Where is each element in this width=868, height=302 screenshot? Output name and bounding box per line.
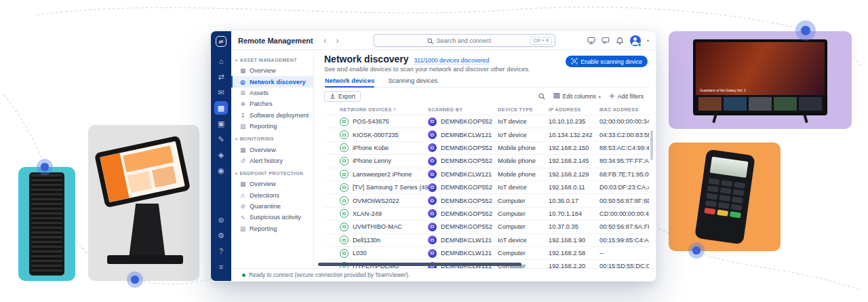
search-input[interactable] — [437, 37, 502, 44]
scanned-by-cell: DEMNBKGOP552 — [428, 117, 498, 126]
more-icon[interactable]: ≡ — [214, 260, 228, 273]
mac-address-cell: 80:34:95:7F:FF:AD — [599, 157, 649, 164]
window-title: Remote Management — [238, 37, 317, 45]
sidebar-item-quarantine[interactable]: ⊘Quarantine — [231, 201, 313, 212]
server-card — [18, 167, 75, 281]
reporting-icon: ▥ — [239, 123, 246, 130]
table-search-icon[interactable] — [538, 90, 545, 102]
sidebar-item-reporting[interactable]: ▥Reporting — [231, 223, 313, 234]
scanned-by-icon — [428, 170, 437, 178]
sidebar-item-label: Overview — [250, 67, 276, 74]
connect-icon[interactable]: ⊚ — [214, 213, 228, 227]
sidebar-item-patches[interactable]: ⊕Patches — [231, 98, 313, 109]
search-box[interactable]: Ctrl + K — [374, 34, 555, 47]
column-header-network-devices[interactable]: NETWORK DEVICES↑ — [340, 107, 428, 113]
sort-ascending-icon: ↑ — [393, 107, 396, 113]
ip-address-cell: 192.168.2.150 — [549, 145, 599, 151]
scanned-by-icon — [428, 209, 437, 218]
table-row[interactable]: Lansweeper2 iPhoneDEMNBKCLW121Mobile pho… — [324, 168, 649, 181]
connection-node-dot — [127, 271, 143, 288]
insights-icon[interactable]: ◉ — [214, 164, 228, 177]
table-row[interactable]: iPhone LennyDEMNBKGOP552Mobile phone192.… — [324, 155, 649, 168]
tab-network-devices[interactable]: Network devices — [325, 77, 374, 87]
table-row[interactable]: XLAN-249DEMNBKGOP552Computer10.70.1.184C… — [324, 208, 649, 221]
back-icon[interactable]: ‹ — [321, 36, 329, 45]
column-header-scanned-by[interactable]: SCANNED BY — [428, 107, 498, 113]
edit-columns-button[interactable]: Edit columns ▾ — [553, 92, 601, 100]
export-label: Export — [338, 93, 355, 100]
edit-columns-label: Edit columns — [563, 93, 596, 100]
network-discovery-icon: ◎ — [239, 79, 246, 86]
horizontal-scrollbar-thumb[interactable] — [318, 263, 521, 266]
add-filters-button[interactable]: Add filters — [609, 93, 644, 100]
devices-discovered-badge[interactable]: 311/1000 devices discovered — [414, 57, 490, 64]
sidebar-item-overview[interactable]: ▦Overview — [231, 178, 313, 189]
sidebar-section-label: MONITORING — [239, 136, 274, 142]
augment-icon[interactable]: ✎ — [214, 132, 228, 146]
home-icon[interactable]: ⌂ — [214, 54, 228, 68]
sidebar-item-assets[interactable]: ⊞Assets — [231, 88, 313, 98]
scanned-by-name: DEMNBKCLW121 — [441, 171, 492, 178]
mac-address-cell: 88:53:AC:C4:99:43 — [599, 145, 649, 151]
kiosk-screen — [94, 136, 191, 208]
sidebar-section-header[interactable]: ▾ENDPOINT PROTECTION — [231, 168, 313, 178]
remote-management-icon[interactable]: ▦ — [214, 101, 228, 115]
sidebar-item-software-deployment[interactable]: ↧Software deployment — [231, 110, 313, 121]
sidebar-section-header[interactable]: ▾MONITORING — [231, 133, 313, 144]
sidebar-item-overview[interactable]: ▦Overview — [231, 144, 313, 155]
table-row[interactable]: Dell1130nDEMNBKCLW121IoT device192.168.1… — [324, 234, 649, 247]
devices-icon[interactable] — [587, 37, 595, 45]
plus-icon — [609, 93, 615, 100]
network-device-icon — [340, 235, 349, 244]
tv-leg — [803, 114, 808, 124]
column-header-mac-address[interactable]: MAC ADDRESS — [599, 107, 649, 113]
chat-icon[interactable]: ✉ — [214, 86, 228, 99]
chat-icon[interactable] — [601, 37, 610, 45]
sidebar-item-alert-history[interactable]: ↺Alert history — [231, 155, 313, 166]
sidebar-item-label: Quarantine — [250, 203, 281, 210]
enable-scanning-device-label: Enable scanning device — [580, 58, 642, 65]
network-device-cell: iPhone Kobe — [340, 143, 428, 152]
table-row[interactable]: iPhone KobeDEMNBKGOP552Mobile phone192.1… — [324, 142, 649, 155]
scanned-by-cell: DEMNBKGOP552 — [428, 209, 498, 218]
ip-address-cell: 192.168.2.20 — [549, 263, 599, 268]
sidebar-item-detections[interactable]: ⚠Detections — [231, 190, 313, 201]
user-avatar[interactable] — [630, 35, 641, 46]
pilot-icon[interactable]: ◈ — [214, 148, 228, 162]
forward-icon[interactable]: › — [333, 36, 341, 45]
table-row[interactable]: KIOSK-0007235DEMNBKCLW121IoT device10.13… — [324, 128, 649, 141]
avatar-caret-down-icon[interactable]: ▾ — [647, 38, 649, 43]
network-device-name: UVMTHIBO-MAC — [353, 223, 402, 230]
column-header-ip-address[interactable]: IP ADDRESS — [549, 107, 599, 113]
table-row[interactable]: [TV] Samsung 7 Series (49)DEMNBKGOP552Io… — [324, 181, 649, 194]
monitoring-icon[interactable]: ▣ — [214, 117, 228, 130]
device-type-cell: IoT device — [498, 132, 549, 138]
enable-scanning-device-button[interactable]: Enable scanning device — [566, 56, 648, 67]
vertical-scrollbar-thumb[interactable] — [650, 130, 653, 160]
add-filters-label: Add filters — [618, 93, 644, 100]
settings-icon[interactable]: ⚙ — [214, 229, 228, 242]
sidebar-item-label: Network discovery — [250, 79, 306, 86]
payment-terminal-screen — [709, 157, 748, 178]
kiosk-base — [107, 255, 183, 264]
notifications-bell-icon[interactable] — [616, 37, 624, 45]
table-row[interactable]: UVMTHIBO-MACDEMNBKGOP552Computer10.37.0.… — [324, 221, 649, 233]
sidebar-section-header[interactable]: ▾ASSET MANAGEMENT — [231, 54, 313, 65]
sidebar-item-suspicious-activity[interactable]: ∿Suspicious activity — [231, 212, 313, 223]
sidebar-item-network-discovery[interactable]: ◎Network discovery — [231, 76, 313, 87]
sidebar-item-reporting[interactable]: ▥Reporting — [231, 121, 313, 132]
scanned-by-icon — [428, 183, 437, 192]
export-button[interactable]: Export — [324, 91, 361, 102]
table-row[interactable]: L030DEMNBKCLW121Computer192.168.2.58-- — [324, 247, 649, 260]
columns-icon — [553, 92, 560, 100]
sidebar-item-overview[interactable]: ▦Overview — [231, 65, 313, 76]
tab-scanning-devices[interactable]: Scanning devices — [388, 77, 437, 87]
table-row[interactable]: POS-543675DEMNBKGOP552IoT device10.10.10… — [324, 115, 649, 128]
table-row[interactable]: OVMOIiWS2022DEMNBKGOP552Computer10.36.0.… — [324, 194, 649, 207]
column-header-device-type[interactable]: DEVICE TYPE — [498, 107, 549, 113]
network-device-icon — [340, 157, 349, 166]
help-icon[interactable]: ? — [214, 244, 228, 258]
sessions-icon[interactable]: ⇄ — [214, 70, 228, 83]
scan-icon — [571, 58, 578, 66]
scanned-by-cell: DEMNBKGOP552 — [428, 196, 498, 205]
